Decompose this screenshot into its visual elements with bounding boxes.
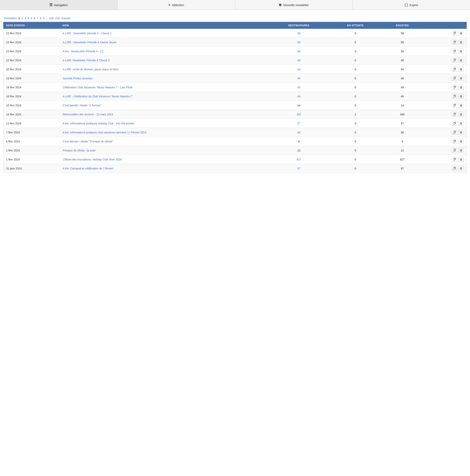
- row-9-delete-btn[interactable]: 🗑: [458, 112, 464, 117]
- row-3-name[interactable]: A LIRE: Newsletter Période 4 Classe 3: [60, 56, 268, 65]
- row-2-delete-btn[interactable]: 🗑: [458, 49, 464, 54]
- pagination-page-2[interactable]: 2: [21, 17, 23, 20]
- row-9-name[interactable]: Retrouvailles des anciens - 13 mars 2024: [60, 110, 268, 119]
- pagination-page-9[interactable]: 9: [43, 17, 44, 20]
- row-11-copy-btn[interactable]: 🗍: [452, 130, 457, 135]
- row-0-dest-link[interactable]: 58: [297, 32, 301, 35]
- row-3-dest-link[interactable]: 40: [297, 59, 301, 62]
- row-11-name[interactable]: A lire: informations pratiques club vaca…: [60, 128, 268, 137]
- row-11-name-link[interactable]: A lire: informations pratiques club vaca…: [63, 131, 147, 134]
- toolbar-btn-navigation[interactable]: ☰Navigation: [0, 0, 118, 10]
- row-15-copy-btn[interactable]: 🗍: [452, 166, 457, 171]
- row-2-name[interactable]: A lire - NewsLetter Période 4 - C2: [60, 47, 268, 56]
- row-7-copy-btn[interactable]: 🗍: [452, 94, 457, 99]
- row-3-delete-btn[interactable]: 🗑: [458, 58, 464, 63]
- row-12-name[interactable]: C'est demain ! Atelier "Fresque du clima…: [60, 137, 268, 146]
- row-13-copy-btn[interactable]: 🗍: [452, 148, 457, 153]
- row-1-name-link[interactable]: A LIRE - Newsletter Période 4 Classe Jau…: [63, 41, 117, 44]
- row-14-destinataires[interactable]: 627: [268, 155, 330, 164]
- row-7-destinataires[interactable]: 46: [268, 92, 330, 101]
- row-13-delete-btn[interactable]: 🗑: [458, 148, 464, 153]
- row-7-name[interactable]: A LIRE - Célébration du Club Vacances "M…: [60, 92, 268, 101]
- row-14-name[interactable]: Clôture des inscriptions: Holiday Club h…: [60, 155, 268, 164]
- row-10-destinataires[interactable]: 37: [268, 119, 330, 128]
- pagination-page-6[interactable]: 6: [34, 17, 35, 20]
- row-5-dest-link[interactable]: 40: [297, 77, 301, 80]
- row-3-copy-btn[interactable]: 🗍: [452, 58, 457, 63]
- row-6-name[interactable]: Célébration Club Vacances "Music Maestro…: [60, 83, 268, 92]
- row-0-name[interactable]: A LIRE : Newsletter période 4 - Classe 1: [60, 29, 268, 38]
- row-15-name[interactable]: A lire: Carnaval et célébration du 7 fév…: [60, 164, 268, 173]
- pagination-page-218[interactable]: 218: [49, 17, 53, 20]
- row-0-copy-btn[interactable]: 🗍: [452, 31, 457, 36]
- row-7-delete-btn[interactable]: 🗑: [458, 94, 464, 99]
- row-2-destinataires[interactable]: 54: [268, 47, 330, 56]
- row-6-delete-btn[interactable]: 🗑: [458, 85, 464, 90]
- row-7-dest-link[interactable]: 46: [297, 95, 301, 98]
- toolbar-btn-new-newsletter[interactable]: ⊕Nouvelle newsletter: [235, 0, 353, 10]
- row-4-copy-btn[interactable]: 🗍: [452, 67, 457, 72]
- toolbar-btn-selection[interactable]: ≡Sélection: [118, 0, 235, 10]
- row-14-dest-link[interactable]: 627: [297, 158, 301, 161]
- row-2-dest-link[interactable]: 54: [297, 50, 301, 53]
- row-1-destinataires[interactable]: 58: [268, 38, 330, 47]
- row-13-name[interactable]: Fresque du climat - la suite: [60, 146, 268, 155]
- row-10-copy-btn[interactable]: 🗍: [452, 121, 457, 126]
- row-10-name[interactable]: A lire: informations pratiques Holiday C…: [60, 119, 268, 128]
- row-1-delete-btn[interactable]: 🗑: [458, 40, 464, 45]
- row-1-copy-btn[interactable]: 🗍: [452, 40, 457, 45]
- pagination-prev[interactable]: Précédent: [4, 17, 17, 20]
- row-14-copy-btn[interactable]: 🗍: [452, 157, 457, 162]
- row-1-name[interactable]: A LIRE - Newsletter Période 4 Classe Jau…: [60, 38, 268, 47]
- row-0-destinataires[interactable]: 58: [268, 29, 330, 38]
- row-6-dest-link[interactable]: 45: [297, 86, 301, 89]
- row-6-copy-btn[interactable]: 🗍: [452, 85, 457, 90]
- row-5-name[interactable]: Journée Portes ouvertes: [60, 74, 268, 83]
- row-8-name[interactable]: C'est bientôt ! Atelier "2 Tonnes": [60, 101, 268, 110]
- pagination-page-3[interactable]: 3: [24, 17, 26, 20]
- row-10-name-link[interactable]: A lire: informations pratiques Holiday C…: [63, 122, 134, 125]
- row-5-delete-btn[interactable]: 🗑: [458, 76, 464, 81]
- row-7-name-link[interactable]: A LIRE - Célébration du Club Vacances "M…: [63, 95, 133, 98]
- row-14-delete-btn[interactable]: 🗑: [458, 157, 464, 162]
- row-11-dest-link[interactable]: 40: [297, 131, 301, 134]
- row-15-name-link[interactable]: A lire: Carnaval et célébration du 7 fév…: [63, 167, 114, 170]
- pagination-page-7[interactable]: 7: [37, 17, 38, 20]
- row-4-destinataires[interactable]: 44: [268, 65, 330, 74]
- row-12-copy-btn[interactable]: 🗍: [452, 139, 457, 144]
- row-10-delete-btn[interactable]: 🗑: [458, 121, 464, 126]
- row-8-delete-btn[interactable]: 🗑: [458, 103, 464, 108]
- row-0-name-link[interactable]: A LIRE : Newsletter période 4 - Classe 1: [63, 32, 112, 35]
- row-3-destinataires[interactable]: 40: [268, 56, 330, 65]
- row-9-destinataires[interactable]: 342: [268, 110, 330, 119]
- pagination-page-5[interactable]: 5: [31, 17, 32, 20]
- row-5-copy-btn[interactable]: 🗍: [452, 76, 457, 81]
- row-9-name-link[interactable]: Retrouvailles des anciens - 13 mars 2024: [63, 113, 113, 116]
- row-6-destinataires[interactable]: 45: [268, 83, 330, 92]
- row-4-delete-btn[interactable]: 🗑: [458, 67, 464, 72]
- row-8-copy-btn[interactable]: 🗍: [452, 103, 457, 108]
- row-14-name-link[interactable]: Clôture des inscriptions: Holiday Club h…: [63, 158, 122, 161]
- pagination-page-219[interactable]: 219: [55, 17, 60, 20]
- row-15-destinataires[interactable]: 97: [268, 164, 330, 173]
- row-11-delete-btn[interactable]: 🗑: [458, 130, 464, 135]
- row-9-copy-btn[interactable]: 🗍: [452, 112, 457, 117]
- row-1-dest-link[interactable]: 58: [297, 41, 301, 44]
- row-15-dest-link[interactable]: 97: [297, 167, 301, 170]
- toolbar-btn-export[interactable]: ⬚Export: [353, 0, 470, 10]
- row-10-dest-link[interactable]: 37: [297, 122, 301, 125]
- row-12-delete-btn[interactable]: 🗑: [458, 139, 464, 144]
- row-8-name-link[interactable]: C'est bientôt ! Atelier "2 Tonnes": [63, 104, 101, 107]
- row-5-destinataires[interactable]: 40: [268, 74, 330, 83]
- row-6-name-link[interactable]: Célébration Club Vacances "Music Maestro…: [63, 86, 133, 89]
- row-11-destinataires[interactable]: 40: [268, 128, 330, 137]
- row-4-dest-link[interactable]: 44: [297, 68, 301, 71]
- row-4-name[interactable]: A LIRE: sortie de demain, pique-nique et…: [60, 65, 268, 74]
- row-12-name-link[interactable]: C'est demain ! Atelier "Fresque du clima…: [63, 140, 113, 143]
- pagination-page-4[interactable]: 4: [28, 17, 29, 20]
- pagination-page-8[interactable]: 8: [40, 17, 42, 20]
- pagination-next[interactable]: Suivant: [61, 17, 70, 20]
- row-5-name-link[interactable]: Journée Portes ouvertes: [63, 77, 93, 80]
- row-15-delete-btn[interactable]: 🗑: [458, 166, 464, 171]
- row-3-name-link[interactable]: A LIRE: Newsletter Période 4 Classe 3: [63, 59, 110, 62]
